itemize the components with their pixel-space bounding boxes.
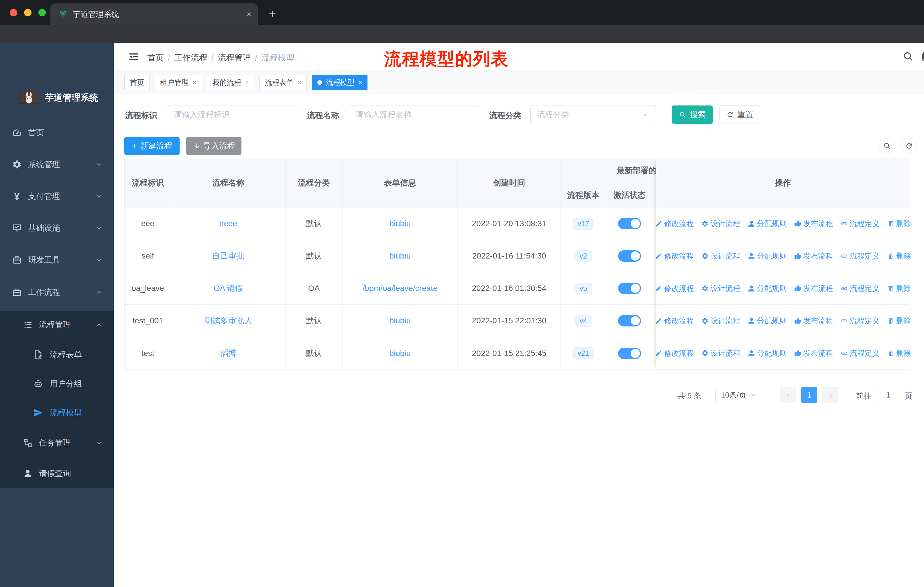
action-delete[interactable]: 删除	[887, 219, 911, 229]
breadcrumb-item[interactable]: 流程管理	[218, 52, 251, 64]
action-process-definition[interactable]: 流程定义	[841, 316, 879, 326]
action-process-definition[interactable]: 流程定义	[841, 219, 879, 229]
action-publish-process[interactable]: 发布流程	[794, 251, 833, 261]
action-edit-process[interactable]: 修改流程	[655, 251, 694, 261]
sidebar-item-home[interactable]: 首页	[0, 118, 114, 147]
window-close-button[interactable]	[10, 9, 17, 17]
action-edit-process[interactable]: 修改流程	[655, 219, 694, 229]
cell-process-name-link[interactable]: 滔博	[171, 337, 285, 369]
action-publish-process[interactable]: 发布流程	[794, 316, 833, 326]
action-publish-process[interactable]: 发布流程	[794, 348, 833, 358]
browser-tab[interactable]: 芋道管理系统 ×	[50, 3, 258, 25]
sidebar-item-system[interactable]: 系统管理	[0, 150, 114, 179]
sidebar-item-task-management[interactable]: 任务管理	[0, 428, 114, 458]
window-zoom-button[interactable]	[38, 9, 46, 17]
sidebar-item-leave-query[interactable]: 请假查询	[0, 459, 114, 488]
tag-label: 首页	[130, 78, 144, 87]
cell-process-name-link[interactable]: 测试多审批人	[171, 305, 285, 337]
action-process-definition[interactable]: 流程定义	[841, 283, 879, 293]
action-design-process[interactable]: 设计流程	[701, 283, 741, 293]
action-label: 删除	[896, 219, 911, 229]
reset-button[interactable]: 重置	[719, 106, 760, 124]
cell-form-link[interactable]: biubiu	[343, 337, 458, 369]
breadcrumb-item[interactable]: 工作流程	[174, 52, 207, 64]
filter-category-select[interactable]: 流程分类	[530, 105, 656, 124]
github-icon[interactable]	[922, 50, 924, 63]
sidebar-item-process-form[interactable]: 流程表单	[0, 340, 114, 370]
active-toggle[interactable]	[618, 218, 641, 229]
toggle-search-panel-button[interactable]	[879, 138, 895, 154]
paper-plane-icon	[33, 408, 43, 418]
sidebar-item-process-model[interactable]: 流程模型	[0, 398, 114, 428]
action-label: 删除	[896, 348, 911, 358]
cell-form-link[interactable]: /bpm/oa/leave/create	[343, 272, 458, 304]
cell-process-id: oa_leave	[125, 272, 171, 304]
user-icon	[748, 253, 755, 260]
page-number-1[interactable]: 1	[801, 387, 817, 403]
action-process-definition[interactable]: 流程定义	[841, 251, 879, 261]
cell-process-name-link[interactable]: OA 请假	[171, 272, 285, 304]
action-design-process[interactable]: 设计流程	[701, 251, 741, 261]
tag-close-icon[interactable]: ×	[193, 79, 196, 86]
tag-close-icon[interactable]: ×	[359, 79, 362, 86]
sidebar-item-devtools[interactable]: 研发工具	[0, 245, 114, 275]
link-icon	[841, 220, 848, 227]
tag-close-icon[interactable]: ×	[245, 79, 249, 86]
action-process-definition[interactable]: 流程定义	[841, 348, 879, 358]
action-edit-process[interactable]: 修改流程	[655, 316, 694, 326]
tag-close-icon[interactable]: ×	[298, 79, 301, 86]
sidebar-item-user-group[interactable]: 用户分组	[0, 369, 114, 398]
active-toggle[interactable]	[618, 250, 641, 262]
action-edit-process[interactable]: 修改流程	[655, 283, 694, 293]
action-edit-process[interactable]: 修改流程	[655, 348, 694, 358]
action-assign-rules[interactable]: 分配规则	[748, 283, 787, 293]
cell-form-link[interactable]: biubiu	[343, 305, 458, 337]
prev-page-button[interactable]: ‹	[780, 387, 796, 403]
action-delete[interactable]: 删除	[887, 348, 911, 358]
action-delete[interactable]: 删除	[887, 251, 911, 261]
action-design-process[interactable]: 设计流程	[701, 219, 741, 229]
action-assign-rules[interactable]: 分配规则	[748, 251, 787, 261]
goto-page-input[interactable]	[877, 387, 899, 403]
window-minimize-button[interactable]	[24, 9, 31, 17]
sidebar-item-process-management[interactable]: 流程管理	[0, 310, 114, 340]
import-process-button[interactable]: 导入流程	[186, 137, 241, 155]
active-toggle[interactable]	[618, 315, 641, 326]
filter-id-input[interactable]	[167, 105, 298, 124]
active-toggle[interactable]	[618, 283, 641, 294]
action-delete[interactable]: 删除	[887, 283, 911, 293]
sidebar-item-infrastructure[interactable]: 基础设施	[0, 213, 114, 243]
action-design-process[interactable]: 设计流程	[701, 348, 741, 358]
tag-process-form[interactable]: 流程表单×	[259, 75, 307, 90]
breadcrumb-item[interactable]: 首页	[147, 52, 164, 64]
active-toggle[interactable]	[618, 348, 641, 359]
tag-process-model[interactable]: 流程模型×	[312, 75, 368, 90]
action-publish-process[interactable]: 发布流程	[794, 219, 833, 229]
action-assign-rules[interactable]: 分配规则	[748, 348, 787, 358]
tag-label: 租户管理	[160, 78, 189, 87]
action-publish-process[interactable]: 发布流程	[794, 283, 833, 293]
tab-close-icon[interactable]: ×	[246, 10, 251, 19]
tag-my-process[interactable]: 我的流程×	[207, 75, 254, 90]
action-design-process[interactable]: 设计流程	[701, 316, 741, 326]
create-process-button[interactable]: + 新建流程	[124, 137, 180, 155]
sidebar-collapse-icon[interactable]	[128, 51, 140, 63]
search-button[interactable]: 搜索	[672, 106, 713, 124]
tag-home[interactable]: 首页	[124, 75, 150, 90]
refresh-table-button[interactable]	[901, 138, 917, 154]
sidebar-item-payment[interactable]: ¥ 支付管理	[0, 182, 114, 211]
tag-tenant[interactable]: 租户管理×	[155, 75, 202, 90]
next-page-button[interactable]: ›	[822, 387, 838, 403]
sidebar-item-workflow[interactable]: 工作流程	[0, 278, 114, 307]
page-size-select[interactable]: 10条/页	[716, 387, 761, 403]
cell-form-link[interactable]: biubiu	[343, 240, 458, 272]
cell-process-name-link[interactable]: eeee	[171, 208, 285, 240]
search-icon[interactable]	[902, 50, 914, 63]
new-tab-button[interactable]: +	[269, 6, 276, 22]
cell-process-name-link[interactable]: 自己审批	[171, 240, 285, 272]
action-assign-rules[interactable]: 分配规则	[748, 219, 787, 229]
action-delete[interactable]: 删除	[887, 316, 911, 326]
cell-form-link[interactable]: biubiu	[343, 208, 458, 240]
action-assign-rules[interactable]: 分配规则	[748, 316, 787, 326]
filter-name-input[interactable]	[349, 105, 480, 124]
